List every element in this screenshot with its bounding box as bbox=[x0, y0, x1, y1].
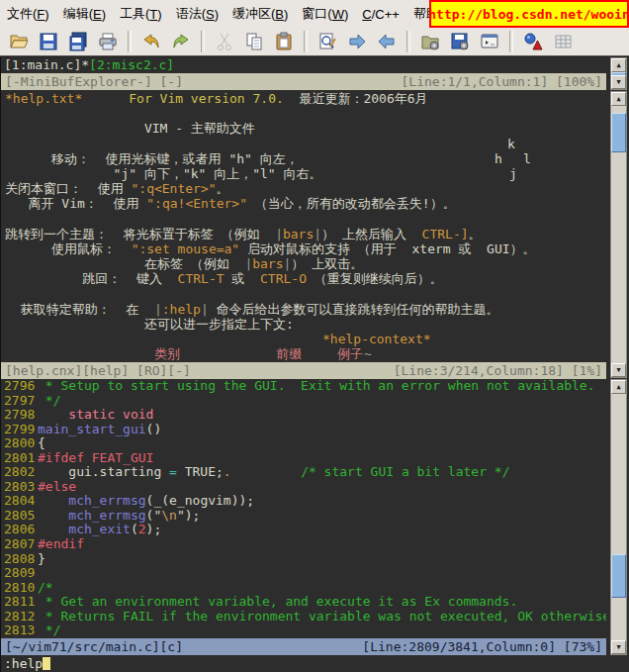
text-segment: [1:main.c]* bbox=[4, 57, 89, 72]
text-segment: () bbox=[146, 422, 162, 436]
toolbar-build-tags-button[interactable] bbox=[520, 29, 546, 54]
buffer-tab[interactable]: [1:main.c]* bbox=[4, 57, 89, 72]
text-segment: mch_errmsg bbox=[68, 508, 145, 523]
scroll-down-button[interactable]: ▼ bbox=[611, 363, 626, 377]
toolbar-tag-jump-button[interactable] bbox=[550, 29, 576, 54]
find-replace-icon bbox=[316, 31, 338, 52]
help-scrollbar[interactable]: ▲ ▼ bbox=[610, 91, 627, 378]
toolbar-cut-button[interactable] bbox=[212, 29, 237, 54]
text-segment: CTRL-O bbox=[260, 271, 307, 286]
statusline-left: [~/vim71/src/main.c][c] bbox=[5, 638, 183, 655]
open-icon bbox=[8, 31, 30, 52]
scroll-up-button[interactable]: ▲ bbox=[611, 380, 626, 394]
save-all-icon bbox=[67, 31, 89, 52]
code-line: 2813 */ bbox=[1, 624, 606, 638]
menu-label: ) bbox=[157, 7, 161, 22]
line-number: 2807 bbox=[1, 537, 38, 552]
command-line[interactable]: :help bbox=[1, 655, 609, 672]
menu-tools[interactable]: 工具(T) bbox=[113, 0, 169, 28]
scroll-down-button[interactable]: ▼ bbox=[611, 640, 626, 654]
menu-label: 缓冲区( bbox=[232, 5, 275, 23]
text-segment: bars bbox=[252, 256, 283, 271]
toolbar-copy-button[interactable] bbox=[241, 29, 267, 54]
menu-syntax[interactable]: 语法(S) bbox=[169, 0, 225, 28]
code-line: 2804 mch_errmsg(_(e_nogvim)); bbox=[1, 494, 606, 509]
menu-edit[interactable]: 编辑(E) bbox=[56, 0, 113, 28]
line-number: 2813 bbox=[1, 624, 38, 638]
buffer-tab[interactable]: [2:misc2.c] bbox=[89, 57, 174, 72]
menu-cpp[interactable]: C/C++ bbox=[355, 0, 406, 28]
text-segment: *help-context* bbox=[322, 332, 431, 346]
statusline-left: [-MiniBufExplorer-] [-] bbox=[5, 73, 183, 90]
line-number: 2798 bbox=[1, 408, 38, 423]
text-segment: CTRL-] bbox=[422, 227, 469, 241]
toolbar-separator bbox=[128, 31, 132, 52]
menu-window[interactable]: 窗口(W) bbox=[295, 0, 355, 28]
menu-label: 工具( bbox=[120, 5, 149, 23]
text-segment: 移动： 使用光标键，或者用 "h" 向左， bbox=[5, 151, 299, 166]
text-segment: 获取特定帮助： 在 bbox=[5, 302, 154, 317]
code-line: 2808} bbox=[1, 552, 606, 567]
text-segment bbox=[38, 508, 68, 523]
text-segment: 或 bbox=[225, 271, 260, 286]
menu-label: 编辑( bbox=[63, 5, 93, 23]
find-next-icon bbox=[346, 31, 368, 52]
text-segment: h bbox=[494, 151, 502, 166]
toolbar-load-session-button[interactable] bbox=[417, 29, 443, 54]
text-segment: 类别 bbox=[154, 346, 180, 361]
toolbar-save-button[interactable] bbox=[36, 29, 61, 54]
code-line: 2796 * Setup to start using the GUI. Exi… bbox=[1, 379, 606, 394]
toolbar-paste-button[interactable] bbox=[271, 29, 297, 54]
code-line: 2802 gui.starting = TRUE;. /* start GUI … bbox=[1, 465, 606, 480]
save-icon bbox=[38, 31, 59, 52]
text-segment: /* start GUI a bit later */ bbox=[301, 464, 509, 479]
menu-file[interactable]: 文件(F) bbox=[0, 0, 56, 28]
scroll-down-button[interactable]: ▼ bbox=[611, 75, 626, 89]
toolbar-find-replace-button[interactable] bbox=[314, 29, 340, 54]
toolbar-find-prev-button[interactable] bbox=[374, 29, 400, 54]
help-line bbox=[1, 106, 606, 121]
scroll-up-button[interactable]: ▲ bbox=[611, 58, 626, 72]
menu-label: W bbox=[332, 7, 344, 22]
scrollbar-thumb[interactable] bbox=[611, 554, 626, 598]
text-segment: gui.starting bbox=[38, 464, 169, 479]
scroll-up-button[interactable]: ▲ bbox=[611, 92, 626, 106]
text-segment: * Get an environment variable, and execu… bbox=[38, 594, 517, 609]
toolbar-save-session-button[interactable] bbox=[447, 29, 473, 54]
help-line: *help-context* bbox=[1, 332, 606, 346]
line-number: 2808 bbox=[1, 552, 38, 567]
line-number: 2805 bbox=[1, 509, 38, 524]
code-line: 2797 */ bbox=[1, 394, 606, 409]
scrollbar-thumb[interactable] bbox=[611, 113, 626, 152]
minibuf-scrollbar[interactable]: ▲ ▼ bbox=[610, 57, 627, 90]
menu-buffers[interactable]: 缓冲区(B) bbox=[225, 0, 295, 28]
help-line: 获取特定帮助： 在 |:help| 命令后给出参数可以直接跳转到任何的帮助主题。 bbox=[1, 302, 606, 317]
statusline-right: [Line:2809/3841,Column:0] [73%] bbox=[362, 638, 602, 655]
text-segment: j bbox=[509, 166, 517, 181]
code-line: 2812 * Returns FAIL if the environment v… bbox=[1, 610, 606, 624]
text-segment: VIM - 主帮助文件 bbox=[5, 121, 255, 136]
toolbar-find-next-button[interactable] bbox=[344, 29, 370, 54]
find-prev-icon bbox=[376, 31, 398, 52]
text-segment: = bbox=[169, 464, 177, 479]
minibufexplorer-line: [1:main.c]*[2:misc2.c] bbox=[1, 57, 609, 73]
text-segment bbox=[38, 522, 68, 536]
code-scrollbar[interactable]: ▲ ▼ bbox=[610, 379, 627, 655]
toolbar-open-button[interactable] bbox=[6, 29, 32, 54]
toolbar-print-button[interactable] bbox=[95, 29, 121, 54]
text-cursor bbox=[43, 657, 50, 670]
menu-label: E bbox=[93, 7, 102, 22]
text-segment: ） 上然后输入 bbox=[321, 227, 421, 241]
toolbar-save-all-button[interactable] bbox=[65, 29, 91, 54]
toolbar-run-script-button[interactable] bbox=[477, 29, 502, 54]
gvim-window: 文件(F)编辑(E)工具(T)语法(S)缓冲区(B)窗口(W)C/C++帮助(H… bbox=[0, 0, 629, 672]
blog-watermark: http://blog.csdn.net/wooin bbox=[429, 0, 629, 28]
load-session-icon bbox=[419, 31, 441, 52]
text-segment: (_(e_nogvim)); bbox=[146, 493, 255, 508]
toolbar-separator bbox=[406, 31, 410, 52]
toolbar-undo-button[interactable] bbox=[138, 29, 164, 54]
toolbar-redo-button[interactable] bbox=[168, 29, 194, 54]
line-number: 2809 bbox=[1, 566, 38, 581]
text-segment: TRUE; bbox=[177, 464, 224, 479]
code-line: 2803#else bbox=[1, 480, 606, 495]
